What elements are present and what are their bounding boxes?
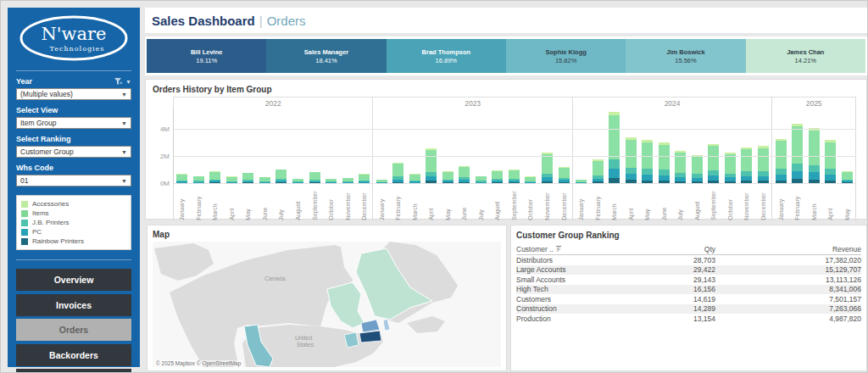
stacked-bar-august-2023[interactable] [492, 170, 503, 183]
bar-segment-items [842, 172, 853, 180]
salesperson-segment[interactable]: James Chan14.21% [746, 39, 865, 73]
table-row[interactable]: Distributors28,70317,382,020 [516, 255, 861, 265]
grid-line [173, 156, 856, 157]
salesperson-segment[interactable]: Sales Manager18.41% [266, 39, 386, 73]
chart-title: Orders History by Item Group [153, 85, 860, 94]
stacked-bar-march-2023[interactable] [409, 174, 420, 183]
stacked-bar-august-2024[interactable] [692, 155, 703, 184]
select-view-select[interactable]: Item Group▼ [16, 117, 131, 129]
stacked-bar-november-2023[interactable] [542, 153, 553, 183]
legend-item[interactable]: Accessories [21, 199, 126, 209]
item-group-legend: AccessoriesItemsJ.B. PrintersPCRainbow P… [16, 195, 131, 250]
salesperson-percent: 19.11% [196, 57, 217, 64]
stacked-bar-september-2023[interactable] [509, 170, 520, 183]
filter-funnel-icon[interactable] [114, 78, 123, 85]
table-row[interactable]: High Tech16,1568,341,006 [516, 285, 861, 295]
nav-button-orders[interactable]: Orders [16, 319, 131, 341]
nav-button-invoices[interactable]: Invoices [16, 294, 131, 316]
nav-button-quotes[interactable]: Quotes [16, 369, 131, 373]
bar-segment-items [741, 149, 752, 171]
table-row[interactable]: Customers14,6197,501,157 [516, 294, 861, 304]
month-label: July [478, 186, 484, 220]
bar-segment-pc [809, 172, 820, 179]
month-label: August [694, 186, 700, 220]
table-row[interactable]: Construction14,2897,263,066 [516, 304, 861, 315]
map-region-new-hampshire[interactable] [383, 319, 390, 331]
stacked-bar-november-2024[interactable] [741, 148, 752, 183]
month-label: July [278, 186, 284, 220]
stacked-bar-december-2023[interactable] [559, 167, 570, 183]
stacked-bar-april-2024[interactable] [626, 137, 637, 183]
salesperson-percent: 16.89% [436, 57, 457, 64]
stacked-bar-december-2022[interactable] [359, 174, 370, 183]
nav-button-overview[interactable]: Overview [16, 269, 131, 291]
stacked-bar-february-2022[interactable] [193, 176, 204, 184]
qty-cell: 29,422 [639, 265, 715, 274]
legend-item[interactable]: Rainbow Printers [21, 237, 126, 246]
column-customer[interactable]: Customer ..F [516, 245, 639, 253]
stacked-bar-july-2023[interactable] [476, 176, 487, 184]
nav-button-backorders[interactable]: Backorders [16, 344, 131, 366]
stacked-bar-april-2025[interactable] [825, 140, 836, 183]
year-section-2024: 2024JanuaryFebruaryMarchAprilMayJuneJuly… [573, 97, 772, 220]
stacked-bar-june-2023[interactable] [459, 166, 470, 184]
legend-item[interactable]: Items [21, 209, 126, 218]
month-label: March [611, 186, 617, 220]
stacked-bar-march-2022[interactable] [209, 171, 220, 183]
stacked-bar-may-2025[interactable] [842, 171, 853, 183]
month-label: April [827, 186, 833, 220]
salesperson-name: Brad Thompson [422, 48, 471, 57]
table-row[interactable]: Production13,1544,987,820 [516, 314, 861, 324]
stacked-bar-march-2024[interactable] [609, 112, 620, 184]
table-row[interactable]: Large Accounts29,42215,129,707 [516, 265, 861, 276]
stacked-bar-september-2022[interactable] [309, 172, 320, 184]
stacked-bar-july-2022[interactable] [275, 170, 287, 184]
salesperson-segment[interactable]: Jim Boswick15.56% [626, 39, 745, 73]
map-label-us2: States [297, 342, 314, 348]
year-label: 2023 [373, 97, 571, 109]
chevron-down-icon[interactable]: ▼ [125, 79, 131, 85]
salesperson-percent: 18.41% [315, 57, 337, 64]
bar-segment-items [609, 115, 620, 160]
stacked-bar-january-2022[interactable] [176, 174, 187, 183]
salesperson-segment[interactable]: Brad Thompson16.89% [387, 39, 506, 73]
salesperson-segment[interactable]: Sophie Klogg15.82% [506, 39, 626, 73]
stacked-bar-october-2024[interactable] [725, 153, 736, 183]
map-region-ontario[interactable] [327, 282, 364, 328]
year-label: 2024 [573, 97, 771, 109]
stacked-bar-may-2022[interactable] [242, 173, 253, 184]
month-label: February [196, 186, 202, 220]
stacked-bar-february-2023[interactable] [392, 163, 403, 183]
stacked-bar-december-2024[interactable] [758, 146, 769, 183]
page-title: Sales Dashboard [152, 14, 255, 28]
page-header: Sales Dashboard | Orders [145, 8, 867, 33]
table-row[interactable]: Small Accounts29,14313,113,126 [516, 275, 861, 285]
bar-segment-items [176, 175, 187, 181]
legend-item[interactable]: J.B. Printers [21, 218, 126, 227]
bar-segment-items [359, 175, 370, 181]
column-qty[interactable]: Qty [639, 245, 715, 253]
select-ranking-select[interactable]: Customer Group▼ [16, 146, 131, 158]
stacked-bar-june-2024[interactable] [659, 142, 670, 183]
stacked-bar-january-2025[interactable] [776, 139, 787, 184]
map-attribution[interactable]: © 2025 Mapbox © OpenStreetMap [154, 360, 242, 366]
sidebar-divider [16, 70, 131, 71]
legend-item[interactable]: PC [21, 227, 126, 237]
stacked-bar-may-2023[interactable] [442, 171, 453, 183]
stacked-bar-may-2024[interactable] [642, 140, 653, 183]
year-label: 2025 [772, 97, 855, 109]
column-revenue[interactable]: Revenue [715, 245, 861, 253]
salesperson-segment[interactable]: Bill Levine19.11% [147, 39, 266, 73]
legend-swatch [21, 229, 28, 236]
title-separator: | [259, 14, 263, 28]
legend-label: Items [32, 209, 49, 217]
stacked-bar-april-2023[interactable] [426, 148, 437, 184]
legend-label: Rainbow Printers [32, 237, 84, 245]
whs-code-select[interactable]: 01▼ [16, 175, 131, 186]
revenue-cell: 15,129,707 [715, 265, 861, 274]
year-select[interactable]: (Multiple values)▼ [16, 88, 131, 100]
stacked-bar-february-2024[interactable] [593, 159, 604, 183]
stacked-bar-february-2025[interactable] [792, 124, 803, 183]
map-canvas[interactable]: Canada United States © 2025 Mapbox © Ope… [153, 242, 501, 367]
stacked-bar-september-2024[interactable] [708, 144, 719, 183]
